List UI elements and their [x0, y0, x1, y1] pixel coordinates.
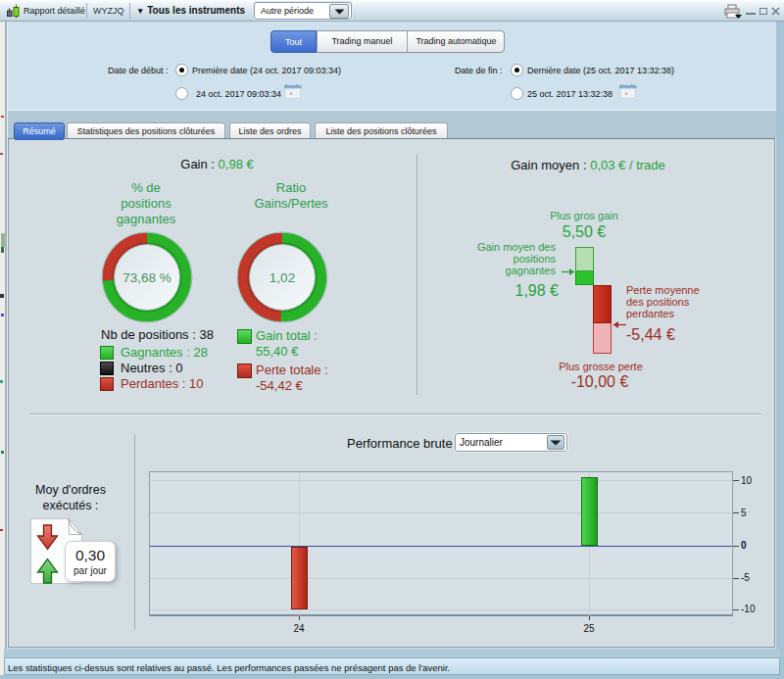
svg-text:1,02: 1,02 [270, 270, 295, 285]
svg-text:73,68 %: 73,68 % [122, 270, 172, 285]
